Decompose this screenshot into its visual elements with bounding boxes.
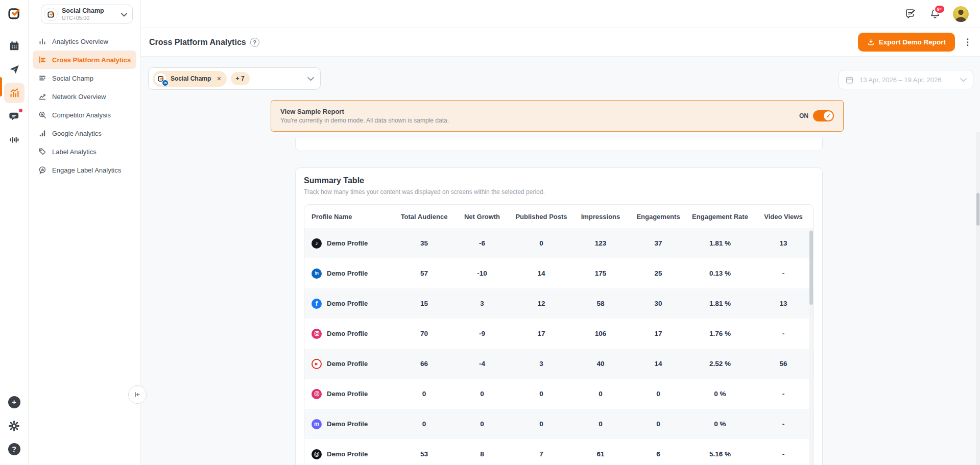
sidebar: Social Champ UTC+05:00 Analytics Overvie… bbox=[29, 0, 141, 465]
sidebar-collapse-button[interactable] bbox=[128, 385, 147, 404]
page-scrollbar-thumb[interactable] bbox=[976, 193, 979, 226]
column-header: Engagement Rate bbox=[687, 213, 753, 221]
profile-chip-label: Social Champ bbox=[171, 75, 211, 82]
total-audience-value: 35 bbox=[395, 239, 453, 247]
impressions-value: 106 bbox=[571, 330, 630, 337]
video-views-value: 13 bbox=[753, 300, 814, 307]
more-options-kebab-icon[interactable]: ⋮ bbox=[963, 37, 972, 47]
chevron-down-icon bbox=[121, 10, 127, 19]
sidebar-item-analytics-overview[interactable]: Analytics Overview bbox=[33, 32, 136, 51]
profile-name: Demo Profile bbox=[327, 300, 368, 307]
sidebar-item-cross-platform-analytics[interactable]: Cross Platform Analytics bbox=[33, 51, 136, 69]
toggle-on-label: ON bbox=[799, 112, 808, 119]
profile-name: Demo Profile bbox=[327, 390, 368, 398]
published-posts-value: 0 bbox=[511, 420, 571, 428]
compose-feedback-icon[interactable] bbox=[905, 8, 917, 20]
engagements-value: 17 bbox=[630, 330, 687, 337]
video-views-value: - bbox=[753, 420, 814, 428]
table-scrollbar-track bbox=[809, 229, 813, 465]
sidebar-menu: Analytics Overview Cross Platform Analyt… bbox=[29, 32, 140, 179]
remove-chip-icon[interactable]: ✕ bbox=[214, 76, 221, 82]
page-scrollbar-track bbox=[976, 132, 980, 465]
date-range-picker[interactable]: 13 Apr, 2026 – 19 Apr, 2026 bbox=[839, 70, 973, 89]
main-area: 9+ Cross Platform Analytics ? Export Dem… bbox=[141, 0, 980, 465]
engagements-value: 30 bbox=[630, 300, 687, 307]
page-header: Cross Platform Analytics ? Export Demo R… bbox=[141, 28, 980, 57]
table-row[interactable]: in Demo Profile 57 -10 14 175 25 0.13 % … bbox=[304, 258, 814, 288]
published-posts-value: 12 bbox=[511, 300, 571, 307]
tag-icon bbox=[38, 148, 46, 156]
engage-chats-icon[interactable] bbox=[8, 110, 21, 123]
video-views-value: - bbox=[753, 450, 814, 458]
publish-send-icon[interactable] bbox=[8, 63, 21, 76]
add-button[interactable]: + bbox=[8, 396, 20, 408]
engagement-rate-value: 1.81 % bbox=[687, 300, 753, 307]
table-scrollbar-thumb[interactable] bbox=[809, 231, 813, 305]
notification-dot bbox=[19, 109, 22, 112]
profile-name: Demo Profile bbox=[327, 420, 368, 428]
table-row[interactable]: f Demo Profile 15 3 12 58 30 1.81 % 13 bbox=[304, 288, 814, 319]
sidebar-item-network-overview[interactable]: Network Overview bbox=[33, 87, 136, 106]
trend-chart-icon bbox=[38, 92, 46, 101]
sidebar-item-google-analytics[interactable]: Google Analytics bbox=[33, 124, 136, 142]
notifications-bell-icon[interactable]: 9+ bbox=[929, 8, 941, 19]
profile-name: Demo Profile bbox=[327, 239, 368, 247]
export-demo-report-button[interactable]: Export Demo Report bbox=[858, 33, 955, 52]
table-row[interactable]: @ Demo Profile 53 8 7 61 6 5.16 % - bbox=[304, 439, 814, 465]
sidebar-item-competitor-analysis[interactable]: Competitor Analysis bbox=[33, 106, 136, 124]
sidebar-item-label-analytics[interactable]: Label Analytics bbox=[33, 142, 136, 161]
published-posts-value: 14 bbox=[511, 270, 571, 277]
table-row[interactable]: Demo Profile 70 -9 17 106 17 1.76 % - bbox=[304, 319, 814, 349]
youtube-icon: ▶ bbox=[312, 359, 322, 369]
impressions-value: 123 bbox=[571, 239, 630, 247]
table-row[interactable]: ▶ Demo Profile 66 -4 3 40 14 2.52 % 56 bbox=[304, 349, 814, 379]
engagement-rate-value: 0.13 % bbox=[687, 270, 753, 277]
threads-icon: @ bbox=[312, 449, 322, 459]
published-posts-value: 7 bbox=[511, 450, 571, 458]
net-growth-value: -6 bbox=[453, 239, 511, 247]
impressions-value: 40 bbox=[571, 360, 630, 368]
date-range-value: 13 Apr, 2026 – 19 Apr, 2026 bbox=[859, 76, 941, 84]
workspace-selector[interactable]: Social Champ UTC+05:00 bbox=[41, 5, 133, 23]
more-profiles-chip[interactable]: + 7 bbox=[231, 72, 250, 85]
engagements-value: 25 bbox=[630, 270, 687, 277]
profile-name: Demo Profile bbox=[327, 270, 368, 277]
calendar-icon[interactable] bbox=[8, 39, 21, 53]
column-header: Net Growth bbox=[453, 213, 511, 221]
help-button[interactable]: ? bbox=[8, 443, 20, 455]
icon-rail: + ? bbox=[0, 0, 29, 465]
selected-profile-chip[interactable]: in Social Champ ✕ bbox=[153, 71, 227, 87]
analytics-icon[interactable] bbox=[4, 83, 25, 103]
impressions-value: 61 bbox=[571, 450, 630, 458]
column-header: Profile Name bbox=[304, 213, 395, 221]
net-growth-value: -4 bbox=[453, 360, 511, 368]
video-views-value: - bbox=[753, 390, 814, 398]
user-avatar[interactable] bbox=[953, 6, 969, 22]
total-audience-value: 0 bbox=[395, 390, 453, 398]
engagement-rate-value: 5.16 % bbox=[687, 450, 753, 458]
help-icon[interactable]: ? bbox=[250, 38, 259, 47]
table-row[interactable]: Demo Profile 0 0 0 0 0 0 % - bbox=[304, 379, 814, 409]
workspace-name: Social Champ bbox=[62, 7, 104, 14]
column-header: Engagements bbox=[630, 213, 687, 221]
sample-report-toggle[interactable]: ✓ bbox=[813, 110, 834, 121]
linkedin-icon: in bbox=[312, 268, 322, 279]
notifications-badge: 9+ bbox=[934, 5, 945, 14]
engagements-value: 0 bbox=[630, 390, 687, 398]
engagement-rate-value: 1.81 % bbox=[687, 239, 753, 247]
net-growth-value: 0 bbox=[453, 420, 511, 428]
column-header: Impressions bbox=[571, 213, 630, 221]
sidebar-item-engage-label-analytics[interactable]: Engage Label Analytics bbox=[33, 161, 136, 179]
total-audience-value: 15 bbox=[395, 300, 453, 307]
engagements-value: 14 bbox=[630, 360, 687, 368]
listening-waveform-icon[interactable] bbox=[8, 133, 21, 146]
impressions-value: 0 bbox=[571, 390, 630, 398]
table-row[interactable]: m Demo Profile 0 0 0 0 0 0 % - bbox=[304, 409, 814, 439]
profile-select[interactable]: in Social Champ ✕ + 7 bbox=[148, 67, 321, 90]
summary-table-subtitle: Track how many times your content was di… bbox=[304, 188, 814, 195]
banner-title: View Sample Report bbox=[280, 108, 449, 115]
sidebar-item-social-champ[interactable]: Social Champ bbox=[33, 69, 136, 87]
calendar-icon bbox=[845, 76, 854, 84]
settings-gear-icon[interactable] bbox=[8, 419, 21, 432]
table-row[interactable]: ♪ Demo Profile 35 -6 0 123 37 1.81 % 13 bbox=[304, 228, 814, 258]
